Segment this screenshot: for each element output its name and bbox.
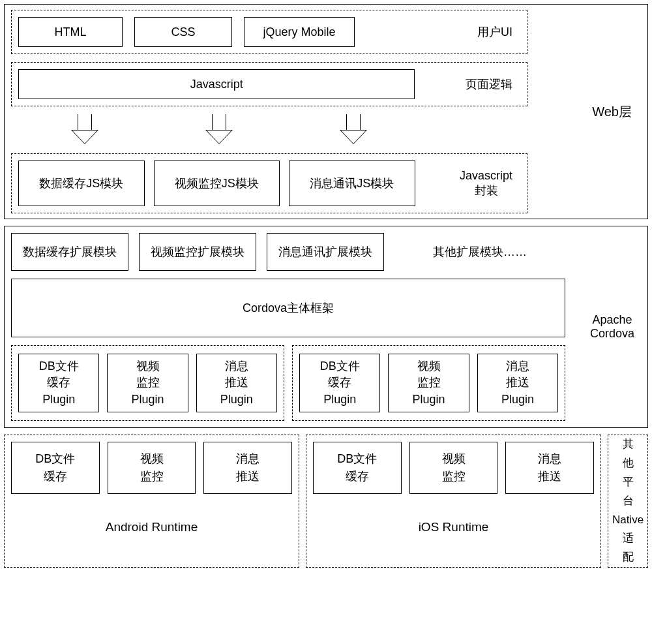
android-db-plugin-box: DB文件 缓存 Plugin — [18, 354, 99, 412]
runtime-row: DB文件 缓存 视频 监控 消息 推送 Android Runtime DB文件… — [4, 435, 648, 568]
android-runtime-group: DB文件 缓存 视频 监控 消息 推送 Android Runtime — [4, 435, 299, 568]
message-comm-ext-box: 消息通讯扩展模块 — [267, 233, 384, 271]
android-video-plugin-box: 视频 监控 Plugin — [107, 354, 188, 412]
jquery-mobile-box: jQuery Mobile — [244, 17, 355, 47]
android-msg-box: 消息 推送 — [203, 442, 292, 494]
page-logic-section: Javascript 页面逻辑 — [11, 62, 527, 106]
apache-cordova-section: 数据缓存扩展模块 视频监控扩展模块 消息通讯扩展模块 其他扩展模块…… Cord… — [4, 226, 648, 428]
ios-runtime-group: DB文件 缓存 视频 监控 消息 推送 iOS Runtime — [306, 435, 601, 568]
android-msg-plugin-box: 消息 推送 Plugin — [196, 354, 277, 412]
apache-cordova-label: Apache Cordova — [590, 313, 634, 341]
ios-db-box: DB文件 缓存 — [313, 442, 402, 494]
ios-runtime-label: iOS Runtime — [313, 520, 594, 534]
other-platform-box: 其 他 平 台 Native 适 配 — [608, 435, 648, 568]
ios-plugin-group: DB文件 缓存 Plugin 视频 监控 Plugin 消息 推送 Plugin — [292, 345, 565, 421]
ios-msg-plugin-box: 消息 推送 Plugin — [477, 354, 558, 412]
other-ext-label: 其他扩展模块…… — [394, 244, 565, 260]
user-ui-section: HTML CSS jQuery Mobile 用户UI — [11, 10, 527, 54]
html-box: HTML — [18, 17, 123, 47]
ios-db-plugin-box: DB文件 缓存 Plugin — [299, 354, 380, 412]
android-plugin-group: DB文件 缓存 Plugin 视频 监控 Plugin 消息 推送 Plugin — [11, 345, 284, 421]
ios-video-plugin-box: 视频 监控 Plugin — [388, 354, 469, 412]
arrow-down-icon — [340, 114, 367, 146]
css-box: CSS — [134, 17, 232, 47]
arrow-down-icon — [205, 114, 233, 146]
ios-video-box: 视频 监控 — [409, 442, 498, 494]
ios-msg-box: 消息 推送 — [505, 442, 594, 494]
extension-row: 数据缓存扩展模块 视频监控扩展模块 消息通讯扩展模块 其他扩展模块…… — [11, 233, 565, 271]
video-monitor-ext-box: 视频监控扩展模块 — [139, 233, 256, 271]
user-ui-label: 用户UI — [477, 24, 512, 40]
web-layer-label: Web层 — [592, 103, 632, 121]
page-logic-label: 页面逻辑 — [466, 76, 512, 92]
message-comm-js-box: 消息通讯JS模块 — [289, 161, 415, 206]
cordova-main-box: Cordova主体框架 — [11, 279, 565, 337]
js-wrap-label: Javascript 封装 — [460, 169, 512, 198]
video-monitor-js-box: 视频监控JS模块 — [154, 161, 280, 206]
android-runtime-label: Android Runtime — [11, 520, 292, 534]
arrows-row — [18, 114, 421, 146]
android-db-box: DB文件 缓存 — [11, 442, 100, 494]
arrow-down-icon — [71, 114, 98, 146]
plugins-row: DB文件 缓存 Plugin 视频 监控 Plugin 消息 推送 Plugin… — [11, 345, 565, 421]
web-layer: HTML CSS jQuery Mobile 用户UI Javascript 页… — [4, 4, 648, 219]
data-cache-ext-box: 数据缓存扩展模块 — [11, 233, 128, 271]
android-video-box: 视频 监控 — [108, 442, 196, 494]
javascript-box: Javascript — [18, 69, 415, 99]
data-cache-js-box: 数据缓存JS模块 — [18, 161, 145, 206]
js-wrap-section: 数据缓存JS模块 视频监控JS模块 消息通讯JS模块 Javascript 封装 — [11, 153, 527, 213]
